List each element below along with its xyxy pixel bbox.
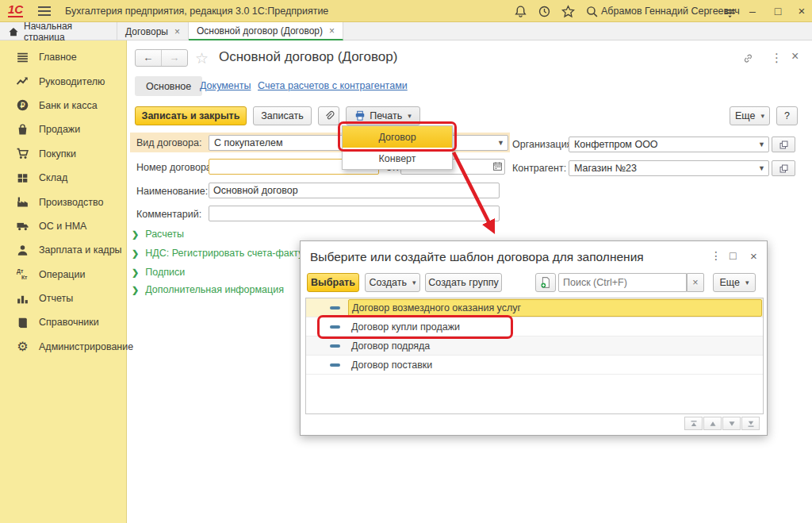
section-nds[interactable]: ❯НДС: Регистрировать счета-фактур <box>132 248 308 259</box>
maximize-button[interactable]: □ <box>769 2 787 20</box>
search-clear-icon[interactable]: × <box>687 273 704 292</box>
sidebar-item-zarplata-i-kadry[interactable]: Зарплата и кадры <box>0 238 126 262</box>
list-item-template[interactable]: Договор подряда <box>306 336 763 356</box>
page-title: Основной договор (Договор) <box>219 49 397 65</box>
chevron-right-icon: ❯ <box>132 267 139 278</box>
current-user-name[interactable]: Абрамов Геннадий Сергеевич <box>601 6 740 17</box>
organization-open-button[interactable] <box>772 137 795 152</box>
calendar-icon[interactable] <box>491 161 504 173</box>
tab-close-icon[interactable]: × <box>174 26 180 37</box>
go-down-button[interactable] <box>722 417 741 430</box>
svg-text:Кт: Кт <box>21 275 28 280</box>
sidebar-item-administrirovanie[interactable]: ⚙ Администрирование <box>0 335 126 359</box>
counterparty-combobox[interactable]: Магазин №23 ▼ <box>569 160 769 176</box>
tab-dogovory[interactable]: Договоры × <box>117 22 189 40</box>
dialog-maximize-icon[interactable]: □ <box>730 249 736 262</box>
sidebar-item-glavnoe[interactable]: Главное <box>0 45 126 69</box>
forward-button[interactable]: → <box>162 50 188 66</box>
tab-home[interactable]: Начальная страница <box>0 22 117 40</box>
nav-link-osnovnoe[interactable]: Основное <box>135 76 202 96</box>
template-dash-icon <box>330 325 340 329</box>
sidebar-item-rukovoditelyu[interactable]: Руководителю <box>0 69 126 93</box>
favorite-star-icon[interactable]: ☆ <box>195 49 209 67</box>
tab-close-icon[interactable]: × <box>329 25 335 37</box>
close-form-icon[interactable]: × <box>791 49 799 63</box>
sidebar-item-sklad[interactable]: Склад <box>0 166 126 190</box>
organization-combobox[interactable]: Конфетпром ООО ▼ <box>569 137 769 152</box>
pallet-grid-icon <box>16 171 29 185</box>
counterparty-open-button[interactable] <box>772 160 795 176</box>
get-link-icon[interactable] <box>742 52 754 67</box>
save-and-close-button[interactable]: Записать и закрыть <box>135 106 247 125</box>
print-menu-item-dogovor[interactable]: Договор <box>343 126 452 148</box>
dialog-more-button[interactable]: Еще▾ <box>713 273 756 292</box>
main-menu-icon[interactable] <box>38 6 51 16</box>
tab-home-label: Начальная страница <box>24 21 109 43</box>
notifications-bell-icon[interactable] <box>514 5 527 18</box>
dt-kt-icon: ДтКт <box>16 267 29 281</box>
person-icon <box>16 244 29 257</box>
dialog-select-button[interactable]: Выбрать <box>307 273 359 292</box>
sidebar-item-operacii[interactable]: ДтКт Операции <box>0 263 126 286</box>
section-dop-informaciya[interactable]: ❯Дополнительная информация <box>132 284 284 295</box>
sidebar-item-otchety[interactable]: Отчеты <box>0 286 126 310</box>
attach-file-button[interactable] <box>318 106 339 125</box>
go-last-button[interactable] <box>741 417 760 430</box>
dialog-close-icon[interactable]: × <box>750 249 757 263</box>
combo-dropdown-icon[interactable]: ▼ <box>755 164 768 172</box>
sidebar-item-os-i-nma[interactable]: ОС и НМА <box>0 214 126 238</box>
tab-osnovnoy-dogovor[interactable]: Основной договор (Договор) × <box>189 22 343 40</box>
paperclip-icon <box>324 110 335 121</box>
field-label-kind: Вид договора: <box>136 137 201 148</box>
field-label-name: Наименование: <box>136 186 208 197</box>
list-item-template[interactable]: Договор купли продажи <box>306 317 763 336</box>
go-up-button[interactable] <box>703 417 722 430</box>
form-menu-kebab-icon[interactable]: ⋮ <box>771 51 783 65</box>
favorites-star-icon[interactable] <box>561 5 575 18</box>
gear-icon: ⚙ <box>16 340 29 353</box>
combo-dropdown-icon[interactable]: ▼ <box>755 140 768 148</box>
sidebar-item-bank-i-kassa[interactable]: ₽ Банк и касса <box>0 94 126 117</box>
list-item-template[interactable]: Договор поставки <box>306 356 763 375</box>
service-settings-icon[interactable] <box>723 6 737 20</box>
book-icon <box>16 316 29 329</box>
field-label-comment: Комментарий: <box>136 209 201 220</box>
minimize-button[interactable]: – <box>744 2 761 20</box>
dialog-create-button[interactable]: Создать▾ <box>365 273 420 292</box>
dialog-create-group-button[interactable]: Создать группу <box>425 273 502 292</box>
combo-dropdown-icon[interactable]: ▼ <box>494 139 508 147</box>
global-search-icon[interactable] <box>585 5 599 18</box>
close-window-button[interactable]: × <box>793 2 810 20</box>
save-button[interactable]: Записать <box>253 106 312 125</box>
history-icon[interactable] <box>538 5 551 18</box>
print-menu-item-konvert[interactable]: Конверт <box>343 148 452 169</box>
sidebar-item-pokupki[interactable]: Покупки <box>0 142 126 166</box>
dialog-search-field-wrap <box>558 273 687 292</box>
go-first-button[interactable] <box>684 417 703 430</box>
print-menu-button[interactable]: Печать▾ <box>346 106 420 125</box>
nav-link-scheta-raschetov[interactable]: Счета расчетов с контрагентами <box>258 80 408 91</box>
section-raschety[interactable]: ❯Расчеты <box>132 229 184 240</box>
dialog-load-template-button[interactable] <box>535 273 556 292</box>
dialog-menu-kebab-icon[interactable]: ⋮ <box>710 249 722 262</box>
nav-link-dokumenty[interactable]: Документы <box>200 80 251 91</box>
comment-input[interactable] <box>209 206 500 221</box>
dialog-search-input[interactable] <box>558 273 687 292</box>
shopping-cart-icon <box>16 147 29 160</box>
title-bar: 1С Бухгалтерия предприятия, редакция 3.0… <box>0 0 812 22</box>
sidebar-item-proizvodstvo[interactable]: Производство <box>0 190 126 213</box>
list-navigation-buttons <box>684 417 760 430</box>
sidebar-item-prodazhi[interactable]: Продажи <box>0 117 126 141</box>
help-button[interactable]: ? <box>776 106 798 125</box>
list-item-template[interactable]: Договор возмездного оказания услуг <box>306 298 763 317</box>
bar-chart-icon <box>16 292 29 306</box>
dropdown-caret-icon: ▾ <box>745 279 749 286</box>
section-podpisi[interactable]: ❯Подписи <box>132 267 185 278</box>
app-title: Бухгалтерия предприятия, редакция 3.0 1С… <box>65 6 328 17</box>
back-button[interactable]: ← <box>136 50 162 66</box>
sidebar-item-spravochniki[interactable]: Справочники <box>0 310 126 334</box>
chevron-right-icon: ❯ <box>132 229 139 240</box>
contract-name-input[interactable] <box>209 183 500 198</box>
contract-name-field-wrap <box>209 183 500 198</box>
more-actions-button[interactable]: Еще▾ <box>730 106 770 125</box>
